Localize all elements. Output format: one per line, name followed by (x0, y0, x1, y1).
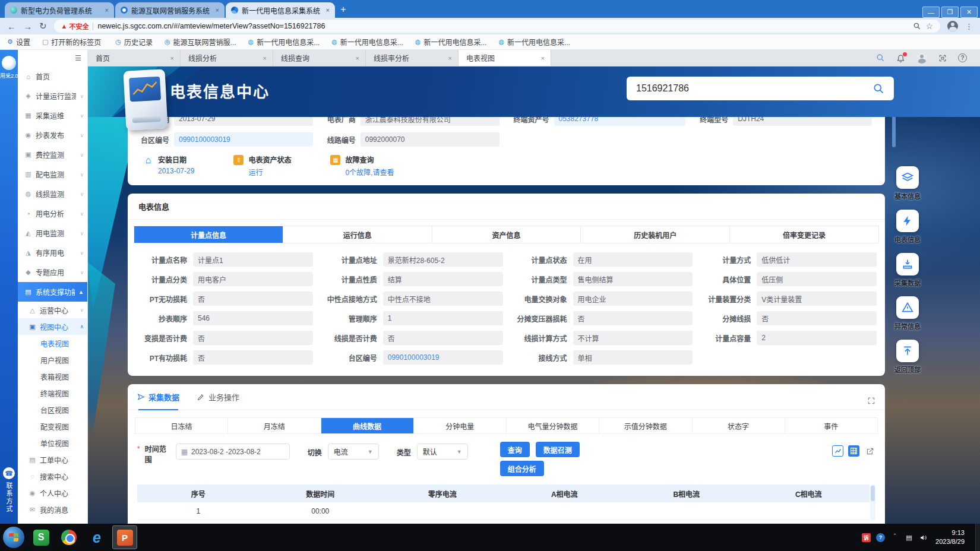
fault-link[interactable]: 0个故障,请查看 (345, 167, 394, 177)
browser-tab[interactable]: 能源互联网营销服务系统 × (115, 2, 225, 18)
zoom-icon[interactable] (913, 22, 921, 30)
search-icon[interactable] (876, 53, 885, 62)
table-view-icon[interactable] (848, 445, 859, 457)
subtab-daily-freeze[interactable]: 日冻结 (135, 418, 228, 433)
sidebar-item-home[interactable]: ⌂首页 (18, 66, 87, 86)
bookmark-newtab[interactable]: ▢打开新的标签页 (42, 37, 101, 47)
tab-meter-view[interactable]: 电表视图× (459, 50, 551, 66)
sidebar-item[interactable]: ▣费控监测∨ (18, 145, 87, 164)
sidebar-item-station-view[interactable]: 台区视图 (18, 401, 87, 418)
sidebar-item-transformer-view[interactable]: 配变视图 (18, 418, 87, 435)
bookmark-item[interactable]: ◎能源互联网营销服... (165, 37, 236, 47)
tray-help-icon[interactable]: ? (876, 533, 885, 542)
sidebar-item[interactable]: ◭用电监测∨ (18, 223, 87, 243)
quicknav-exception-info[interactable]: 异常信息 (894, 296, 921, 331)
search-icon[interactable] (872, 83, 884, 94)
asset-search-input[interactable] (636, 83, 872, 94)
tab-close-icon[interactable]: × (105, 7, 109, 14)
sidebar-item-personal-center[interactable]: ◉个人中心 (18, 484, 87, 501)
tab-collected-data[interactable]: 采集数据 (137, 391, 179, 405)
close-button[interactable]: ✕ (960, 7, 978, 18)
back-icon[interactable]: ← (7, 21, 16, 31)
show-desktop-button[interactable] (975, 524, 980, 551)
switch-select[interactable]: 电流▼ (328, 444, 379, 460)
sidebar-item[interactable]: ◆专题应用∨ (18, 262, 87, 282)
table-row[interactable]: 1 00:00 (137, 502, 870, 520)
quicknav-back-to-top[interactable]: 返回顶部 (894, 340, 921, 374)
bookmark-item[interactable]: ◍新一代用电信息采... (331, 37, 403, 47)
tray-app-icon[interactable]: 诉 (862, 533, 871, 542)
refresh-icon[interactable]: ↻ (39, 21, 47, 31)
browser-tab-active[interactable]: 新一代用电信息采集系统 × (226, 2, 335, 18)
close-icon[interactable]: × (356, 55, 359, 62)
sidebar-item[interactable]: ▦采集运维∨ (18, 106, 87, 125)
tab-lineloss-analysis[interactable]: 线损分析× (181, 50, 273, 66)
sidebar-item-my-messages[interactable]: ✉我的消息 (18, 501, 87, 518)
sidebar-item-unit-view[interactable]: 单位视图 (18, 435, 87, 451)
profile-avatar[interactable] (947, 21, 958, 31)
subtab-monthly-freeze[interactable]: 月冻结 (228, 418, 321, 433)
sidebar-item-search-center[interactable]: ◌搜索中心 (18, 468, 87, 484)
tray-keyboard-icon[interactable]: ▤ (905, 533, 913, 542)
start-button[interactable] (3, 527, 24, 548)
sidebar-item-view-center[interactable]: ▣视图中心∧ (18, 318, 87, 335)
taskbar-chrome-icon[interactable] (57, 526, 81, 549)
data-recall-button[interactable]: 数据召测 (536, 442, 580, 457)
bookmark-item[interactable]: ◍新一代用电信息采... (248, 37, 320, 47)
tab-metering-point-info[interactable]: 计量点信息 (134, 226, 283, 243)
date-range-input[interactable]: ▦ 2023-08-2 -2023-08-2 (176, 444, 290, 460)
sidebar-item[interactable]: ◈计量运行监测∨ (18, 86, 87, 106)
bell-icon[interactable] (896, 53, 905, 62)
bookmark-star-icon[interactable]: ☆ (925, 21, 933, 31)
tab-home[interactable]: 首页× (88, 50, 181, 66)
close-icon[interactable]: × (541, 55, 545, 62)
tab-lineloss-rate[interactable]: 线损率分析× (366, 50, 459, 66)
asset-search-box[interactable] (627, 77, 894, 100)
combined-analysis-button[interactable]: 组合分析 (500, 461, 544, 476)
volume-icon[interactable] (919, 533, 928, 542)
sidebar-item-system-support[interactable]: ▤系统支撑功能▲ (18, 282, 87, 302)
query-button[interactable]: 查询 (500, 442, 530, 457)
sidebar-item-operation-center[interactable]: △运营中心∨ (18, 302, 87, 318)
url-box[interactable]: ▲不安全 neweic.js.sgcc.com.cn/#/amteview/me… (54, 20, 940, 33)
quicknav-collected-data[interactable]: 采集数据 (894, 253, 921, 287)
security-warning[interactable]: ▲不安全 (61, 21, 89, 31)
tray-expand-icon[interactable]: ＾ (890, 533, 899, 542)
taskbar-ppt-icon[interactable]: P (113, 526, 137, 549)
type-select[interactable]: 默认▼ (417, 444, 468, 460)
tab-close-icon[interactable]: × (216, 7, 219, 14)
sidebar-item-user-view[interactable]: 用户视图 (18, 352, 87, 368)
browser-menu-icon[interactable]: ⋮ (965, 22, 973, 31)
subtab-electric-minute-data[interactable]: 电气量分钟数据 (507, 418, 599, 433)
tab-business-ops[interactable]: 业务操作 (197, 391, 239, 405)
sidebar-item[interactable]: ◉抄表发布∨ (18, 125, 87, 145)
subtab-events[interactable]: 事件 (785, 418, 877, 433)
bookmark-settings[interactable]: ⚙设置 (7, 37, 30, 47)
sidebar-collapse-icon[interactable]: ☰ (18, 50, 87, 66)
sidebar-item-workorder-center[interactable]: ▤工单中心 (18, 451, 87, 468)
subtab-status-word[interactable]: 状态字 (693, 418, 785, 433)
export-icon[interactable] (864, 445, 875, 457)
tab-ratio-change-log[interactable]: 倍率变更记录 (730, 226, 878, 243)
page-scrollbar[interactable] (892, 113, 896, 147)
taskbar-ie-icon[interactable]: e (85, 526, 109, 549)
help-icon[interactable]: ? (958, 53, 967, 62)
sidebar-item[interactable]: ◔用电分析∨ (18, 204, 87, 223)
chart-view-icon[interactable] (832, 445, 843, 457)
fullscreen-icon[interactable] (938, 54, 947, 62)
tab-close-icon[interactable]: × (326, 7, 330, 14)
sidebar-item[interactable]: ◮有序用电∨ (18, 243, 87, 262)
bookmark-item[interactable]: ◍新一代用电信息采... (498, 37, 570, 47)
bookmark-history[interactable]: ◷历史记录 (113, 37, 153, 47)
expand-icon[interactable] (867, 397, 875, 405)
quicknav-meter-info[interactable]: 电表信息 (894, 210, 921, 244)
subtab-curve-data[interactable]: 曲线数据 (321, 418, 414, 433)
tab-lineloss-query[interactable]: 线损查询× (273, 50, 366, 66)
forward-icon[interactable]: → (23, 21, 32, 31)
sidebar-item-meter-view[interactable]: 电表视图 (18, 335, 87, 352)
subtab-minute-energy[interactable]: 分钟电量 (414, 418, 507, 433)
subtab-reading-minute-data[interactable]: 示值分钟数据 (599, 418, 692, 433)
station-area-link[interactable]: 0990100003019 (174, 132, 313, 147)
quicknav-basic-info[interactable]: 基本信息 (894, 166, 921, 201)
minimize-button[interactable]: — (922, 7, 940, 18)
